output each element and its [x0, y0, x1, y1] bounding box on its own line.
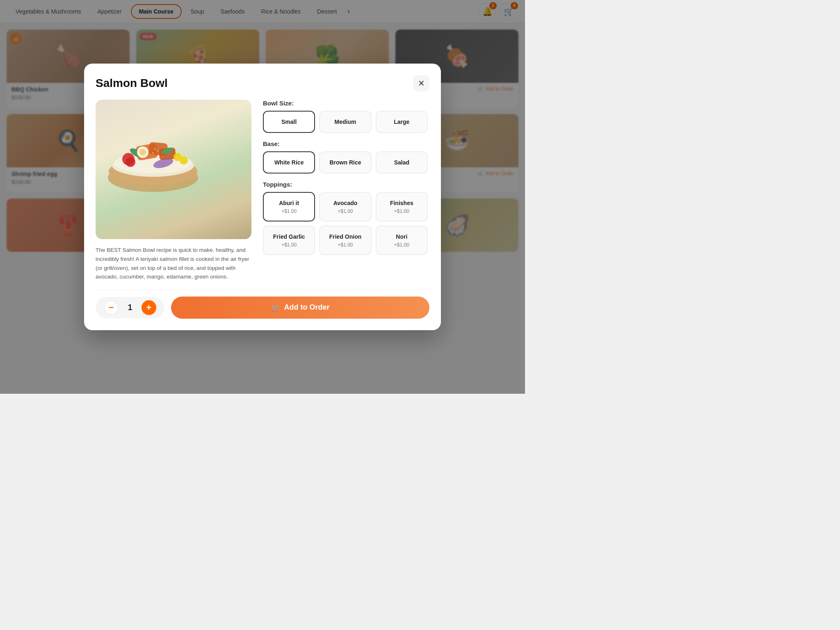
topping-avocado[interactable]: Avocado +$1.00	[319, 192, 371, 221]
dish-image	[96, 100, 251, 239]
topping-fried-garlic[interactable]: Fried Garlic +$1.00	[263, 226, 315, 255]
toppings-options: Aburi it +$1.00 Avocado +$1.00 Finishes …	[263, 192, 428, 255]
svg-point-16	[154, 148, 156, 150]
size-medium[interactable]: Medium	[319, 111, 371, 133]
modal-footer: − 1 + 🛒 Add to Order	[96, 290, 429, 319]
salmon-bowl-modal: Salmon Bowl ✕	[84, 64, 441, 330]
modal-body: The BEST Salmon Bowl recipe is quick to …	[96, 100, 429, 281]
size-large[interactable]: Large	[376, 111, 428, 133]
base-white-rice[interactable]: White Rice	[263, 151, 315, 173]
svg-point-15	[139, 149, 146, 155]
topping-fried-onion[interactable]: Fried Onion +$1.00	[319, 226, 371, 255]
add-to-order-button[interactable]: 🛒 Add to Order	[171, 297, 429, 319]
modal-header: Salmon Bowl ✕	[96, 75, 429, 91]
toppings-label: Toppings:	[263, 181, 428, 188]
base-brown-rice[interactable]: Brown Rice	[319, 151, 371, 173]
modal-left-panel: The BEST Salmon Bowl recipe is quick to …	[96, 100, 251, 281]
quantity-control: − 1 +	[96, 297, 164, 318]
cart-icon-btn: 🛒	[271, 303, 280, 312]
base-label: Base:	[263, 140, 428, 147]
dish-description: The BEST Salmon Bowl recipe is quick to …	[96, 246, 251, 281]
modal-overlay: Salmon Bowl ✕	[0, 0, 525, 394]
size-small[interactable]: Small	[263, 111, 315, 133]
quantity-minus-button[interactable]: −	[104, 300, 119, 315]
base-salad[interactable]: Salad	[376, 151, 428, 173]
close-button[interactable]: ✕	[413, 75, 429, 91]
modal-title: Salmon Bowl	[96, 77, 168, 90]
base-options: White Rice Brown Rice Salad	[263, 151, 428, 173]
svg-point-10	[180, 156, 188, 164]
modal-options-panel: Bowl Size: Small Medium Large Base:	[263, 100, 429, 281]
bowl-size-options: Small Medium Large	[263, 111, 428, 133]
bowl-size-label: Bowl Size:	[263, 100, 428, 107]
quantity-value: 1	[125, 303, 135, 312]
topping-finishes[interactable]: Finishes +$1.00	[376, 192, 428, 221]
topping-nori[interactable]: Nori +$1.00	[376, 226, 428, 255]
svg-point-18	[152, 152, 154, 154]
svg-point-17	[157, 150, 159, 152]
dish-illustration	[96, 100, 210, 215]
add-to-order-label: Add to Order	[284, 303, 330, 312]
svg-point-8	[126, 157, 135, 167]
topping-aburi[interactable]: Aburi it +$1.00	[263, 192, 315, 221]
quantity-plus-button[interactable]: +	[142, 300, 156, 315]
